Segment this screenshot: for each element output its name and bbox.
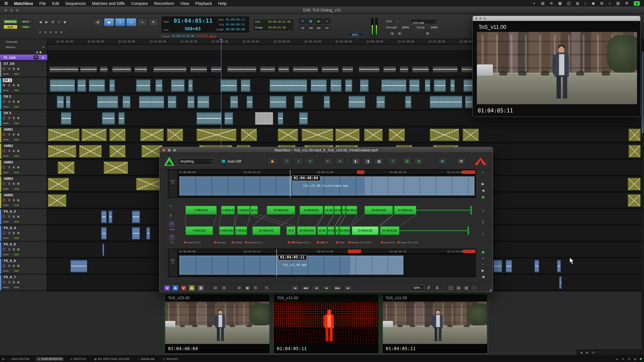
markers-ruler-label[interactable]: Markers [6,45,15,48]
camera-indicator-icon[interactable]: ◉ [634,1,640,5]
healed-block[interactable]: 13 HE [317,226,327,235]
transport-bottom-0[interactable]: |◀ [299,25,306,30]
track-header-amb4[interactable]: AMB4ISMwaveread [0,177,47,192]
strength-value[interactable]: 100% [402,26,409,29]
i-button[interactable]: I [8,198,11,202]
i-button[interactable]: I [8,149,11,153]
audio-clip[interactable] [260,66,275,72]
healed-block[interactable]: 18 HEAL [346,206,357,215]
track-header-ts-1100[interactable]: TS_110024▦ ♪ [0,55,47,61]
s-button[interactable]: S [12,116,16,120]
layer-button-2[interactable]: V [180,285,187,291]
matchbox-titlebar[interactable]: Matchbox - ToS_v11.00.mp4_fr_ToS_v23.00_… [160,147,492,153]
strip2-control-0[interactable]: ◉ [478,250,488,254]
s-button[interactable]: S [12,248,16,251]
clip-left-icon[interactable]: ◧ [351,157,361,165]
audio-clip[interactable] [230,96,238,108]
audio-clip[interactable] [80,66,97,72]
track-mini-btn-1[interactable] [43,211,46,214]
track-mini-btn-1[interactable] [43,244,46,247]
strip1-control-2[interactable]: ◀ [478,188,488,192]
view-toggle-icon-2[interactable]: ▥ [463,285,470,291]
audio-clip[interactable] [628,145,641,158]
m-button[interactable]: M [16,182,20,185]
audio-clip[interactable] [348,96,366,108]
strip2-control-1[interactable]: + [478,256,488,260]
list-icon[interactable]: ≡ [305,157,315,165]
automation-mode-selector[interactable]: read [14,105,19,108]
m-button[interactable]: M [16,133,20,136]
close-icon[interactable] [475,17,478,20]
audio-clip[interactable] [293,66,318,72]
audio-clip[interactable] [430,128,459,141]
zoom-icon[interactable] [484,17,486,20]
automation-mode-selector[interactable]: read [14,286,19,289]
math-icon-1[interactable]: Δ [436,285,438,290]
audio-clip[interactable] [270,79,307,92]
audio-clip[interactable] [310,79,327,92]
track-view-selector[interactable]: wave [3,89,9,92]
track-view-selector[interactable]: wave [3,270,9,272]
zoom-level-select[interactable]: 50%▾ [411,285,424,291]
mode-spot[interactable]: SPOT [18,19,33,24]
audio-clip[interactable] [388,128,405,141]
track-view-selector[interactable]: wave [3,138,9,141]
scrollbar-thumb[interactable] [642,51,644,133]
mb-transport-0[interactable]: |◀ [290,285,300,291]
automation-mode-selector[interactable]: read [14,155,19,157]
m-button[interactable]: M [16,248,20,251]
tab-midi-editor[interactable]: ♪MIDI EDITOR [8,357,31,361]
track-header-fx-a-6[interactable]: FX_A_6ISMwaveread [0,259,47,274]
view-toggle-icon-3[interactable]: ∷ [471,285,478,291]
selector-tool[interactable]: I [115,18,125,26]
track-mini-btn-2[interactable] [43,182,46,185]
nudge-label[interactable]: Nudge [255,26,263,29]
settings-gear-icon[interactable]: ⚙ [425,31,430,36]
track-name[interactable]: FX_A_5 [3,243,17,246]
track-lane-amb1[interactable] [48,127,641,143]
layer-button-4[interactable]: X [198,285,204,291]
length-value[interactable]: 00:00:00:00 [226,28,245,31]
audio-clip[interactable] [628,178,641,190]
i-button[interactable]: I [8,248,11,251]
zoom-preset-4[interactable]: 4 [54,30,58,34]
track-mini-btn-2[interactable] [43,215,46,218]
menu-reconform[interactable]: Reconform [154,1,174,5]
audio-clip[interactable] [100,66,108,72]
clip-right-icon[interactable]: ◨ [363,157,372,165]
audio-clip[interactable] [155,79,163,92]
healed-block[interactable]: 6 HEALED [219,226,234,235]
math-icon-0[interactable]: ∂ [428,285,430,290]
start-value[interactable]: 01:04:05:11 [226,18,245,21]
filmstrip-card-2[interactable]: ToS_v11.0001:04:05:11 [382,294,488,354]
mode-slip[interactable]: SLIP [3,24,18,29]
healed-block[interactable]: 2 HEALED [185,206,217,215]
track-header-dx-2[interactable]: DX 2ISMwaveread [0,94,47,110]
automation-mode-selector[interactable]: read [14,73,19,75]
audio-clip[interactable] [559,276,562,289]
audio-clip[interactable] [450,79,455,92]
track-header-amb5[interactable]: AMB5ISMwaveread [0,193,47,209]
transport-top-3[interactable]: ● [324,18,331,24]
layer-button-3[interactable]: A [188,285,195,291]
healed-block[interactable]: 17 [335,226,339,235]
tabs-right-icon-1[interactable]: ▼ [622,358,624,360]
mode-shuffle[interactable]: SHUFFLE [3,19,18,24]
record-enable-button[interactable] [2,264,6,267]
track-view-selector[interactable]: wave [3,73,9,75]
s-button[interactable]: S [12,165,16,169]
s-button[interactable]: S [12,67,16,70]
end-value[interactable]: 01:04:05:11 [226,23,245,26]
audio-clip[interactable] [322,66,338,72]
healed-block[interactable]: 15 HE [327,226,335,235]
track-header-gt-dx[interactable]: GT_DXISMwaveread [0,62,47,77]
table-export-icon[interactable]: ⊞ [402,157,412,165]
track-view-selector[interactable]: wave [3,237,9,239]
record-enable-button[interactable] [2,182,6,185]
menu-compare[interactable]: Compare [131,1,148,5]
link-icon[interactable]: ∂ [170,213,172,217]
view-toggle-icon-0[interactable]: ◯ [447,285,454,291]
add-marker-button[interactable]: + [42,45,45,49]
autodiff-checkbox[interactable]: ✓ [222,159,226,163]
audio-clip[interactable] [188,79,193,92]
